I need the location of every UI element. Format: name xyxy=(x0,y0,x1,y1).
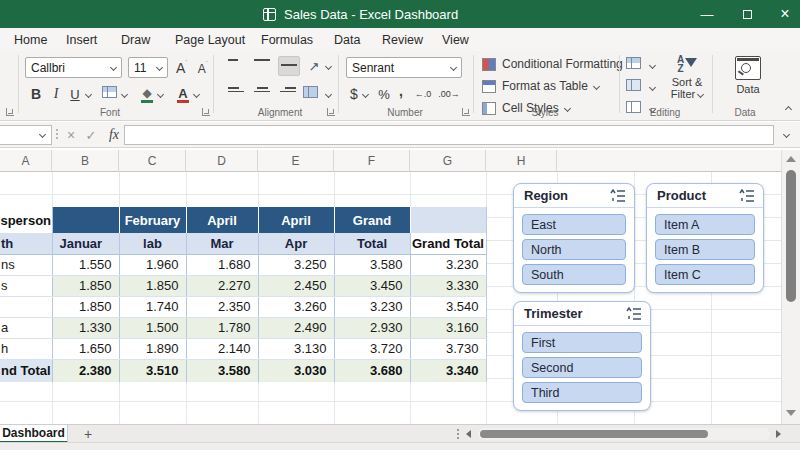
insert-function-button[interactable]: fx xyxy=(104,125,124,145)
fill-color-button[interactable]: ◆ xyxy=(140,84,154,102)
number-format-combobox[interactable]: Senrant xyxy=(346,57,462,78)
orientation-button[interactable]: ↗ xyxy=(306,57,322,75)
column-header-d[interactable]: D xyxy=(186,150,258,172)
underline-button[interactable]: U xyxy=(68,84,82,104)
shrink-font-button[interactable]: A˙ xyxy=(194,59,212,78)
analyze-data-button[interactable]: Data xyxy=(726,56,770,95)
enter-button[interactable]: ✓ xyxy=(82,125,100,145)
slicer-item-c[interactable]: Item C xyxy=(655,264,755,285)
slicer-item-first[interactable]: First xyxy=(522,332,642,353)
vertical-scroll-thumb[interactable] xyxy=(786,170,796,302)
scroll-down-icon[interactable] xyxy=(786,410,796,416)
grand-total-row[interactable]: nd Total 2.3803.510 3.5803.030 3.6803.34… xyxy=(0,359,486,382)
tab-data[interactable]: Data xyxy=(334,28,360,51)
tab-view[interactable]: View xyxy=(442,28,469,51)
slicer-item-south[interactable]: South xyxy=(522,264,626,285)
delete-cells-button[interactable] xyxy=(626,79,641,91)
increase-decimal-button[interactable]: ←.0 xyxy=(412,87,434,101)
scroll-up-icon[interactable] xyxy=(786,156,796,162)
borders-chevron-icon[interactable] xyxy=(121,91,128,98)
multi-select-icon[interactable] xyxy=(626,307,642,320)
slicer-region[interactable]: Region East North South xyxy=(513,183,635,293)
expand-formula-bar-chevron-icon[interactable] xyxy=(783,131,790,138)
insert-chevron-icon[interactable] xyxy=(649,62,656,69)
column-header-c[interactable]: C xyxy=(119,150,186,172)
multi-select-icon[interactable] xyxy=(739,189,755,202)
tab-review[interactable]: Review xyxy=(382,28,423,51)
conditional-formatting-button[interactable]: Conditional Formatting xyxy=(482,57,634,71)
slicer-item-north[interactable]: North xyxy=(522,239,626,260)
cancel-button[interactable]: × xyxy=(62,125,80,145)
underline-chevron-icon[interactable] xyxy=(85,91,92,98)
table-row[interactable]: ns 1.5501.960 1.6803.250 3.5803.230 xyxy=(0,254,486,275)
comma-style-button[interactable]: , xyxy=(396,82,406,100)
merge-chevron-icon[interactable] xyxy=(325,91,332,98)
insert-cells-button[interactable] xyxy=(626,57,641,69)
merge-center-button[interactable] xyxy=(303,86,318,98)
formula-input[interactable] xyxy=(124,125,774,145)
table-row[interactable]: a 1.3301.500 1.7802.490 2.9303.160 xyxy=(0,317,486,338)
column-header-h[interactable]: H xyxy=(486,150,557,172)
column-header-b[interactable]: B xyxy=(52,150,119,172)
align-middle-button[interactable] xyxy=(254,59,270,63)
grow-font-button[interactable]: A˙ xyxy=(172,57,192,78)
table-row[interactable]: 1.8501.740 2.3503.260 3.2303.540 xyxy=(0,296,486,317)
column-header-e[interactable]: E xyxy=(258,150,334,172)
column-header-f[interactable]: F xyxy=(334,150,410,172)
align-left-button[interactable] xyxy=(228,87,244,95)
sort-filter-button[interactable]: AZ Sort & Filter xyxy=(664,55,710,100)
font-size-combobox[interactable]: 11 xyxy=(128,57,168,78)
tab-formulas[interactable]: Formulas xyxy=(261,28,313,51)
bold-button[interactable]: B xyxy=(28,84,44,104)
new-sheet-button[interactable]: + xyxy=(78,425,98,443)
orientation-chevron-icon[interactable] xyxy=(325,63,332,70)
font-dialog-launcher-icon[interactable] xyxy=(202,108,210,116)
tab-insert[interactable]: Insert xyxy=(66,28,97,51)
italic-button[interactable]: I xyxy=(50,84,62,104)
horizontal-scrollbar[interactable] xyxy=(478,428,770,440)
font-color-chevron-icon[interactable] xyxy=(193,91,200,98)
accounting-format-button[interactable]: $ xyxy=(348,85,360,103)
tab-page-layout[interactable]: Page Layout xyxy=(175,28,245,51)
alignment-dialog-launcher-icon[interactable] xyxy=(327,108,335,116)
multi-select-icon[interactable] xyxy=(610,189,626,202)
align-bottom-button[interactable] xyxy=(278,56,300,76)
table-row[interactable]: s 1.8501.850 2.2702.450 3.4503.330 xyxy=(0,275,486,296)
accounting-chevron-icon[interactable] xyxy=(362,91,369,98)
borders-button[interactable] xyxy=(102,86,117,98)
maximize-button[interactable] xyxy=(732,0,762,28)
tab-home[interactable]: Home xyxy=(14,28,47,51)
font-name-combobox[interactable]: Callbri xyxy=(25,57,122,78)
horizontal-scroll-thumb[interactable] xyxy=(480,430,708,438)
decrease-decimal-button[interactable]: .00→ xyxy=(438,87,460,101)
delete-chevron-icon[interactable] xyxy=(649,84,656,91)
vertical-scrollbar[interactable] xyxy=(781,150,800,424)
column-header-g[interactable]: G xyxy=(410,150,486,172)
slicer-product[interactable]: Product Item A Item B Item C xyxy=(646,183,764,293)
scroll-right-icon[interactable] xyxy=(776,430,781,438)
collapse-ribbon-chevron-icon[interactable] xyxy=(785,106,792,113)
column-header-a[interactable]: A xyxy=(0,150,52,172)
tab-scroll-divider[interactable] xyxy=(457,429,459,439)
tab-draw[interactable]: Draw xyxy=(121,28,150,51)
close-button[interactable]: × xyxy=(770,0,800,28)
format-as-table-button[interactable]: Format as Table xyxy=(482,79,599,93)
align-center-button[interactable] xyxy=(254,87,270,95)
slicer-item-east[interactable]: East xyxy=(522,214,626,235)
fill-color-chevron-icon[interactable] xyxy=(157,91,164,98)
slicer-item-b[interactable]: Item B xyxy=(655,239,755,260)
scroll-left-icon[interactable] xyxy=(466,430,471,438)
align-right-button[interactable] xyxy=(280,87,296,95)
percent-style-button[interactable]: % xyxy=(376,85,392,103)
pivot-table[interactable]: sperson February April April Grand th Ja… xyxy=(0,207,487,382)
sheet-tab-dashboard[interactable]: Dashboard xyxy=(0,425,68,443)
number-dialog-launcher-icon[interactable] xyxy=(462,108,470,116)
clipboard-dialog-launcher-icon[interactable] xyxy=(6,108,14,116)
slicer-item-third[interactable]: Third xyxy=(522,382,642,403)
slicer-item-a[interactable]: Item A xyxy=(655,214,755,235)
table-row[interactable]: h 1.6501.890 2.1403.130 3.7203.730 xyxy=(0,338,486,359)
minimize-button[interactable]: — xyxy=(692,0,722,28)
font-color-button[interactable]: A xyxy=(176,84,190,102)
slicer-trimester[interactable]: Trimester First Second Third xyxy=(513,301,651,411)
slicer-item-second[interactable]: Second xyxy=(522,357,642,378)
